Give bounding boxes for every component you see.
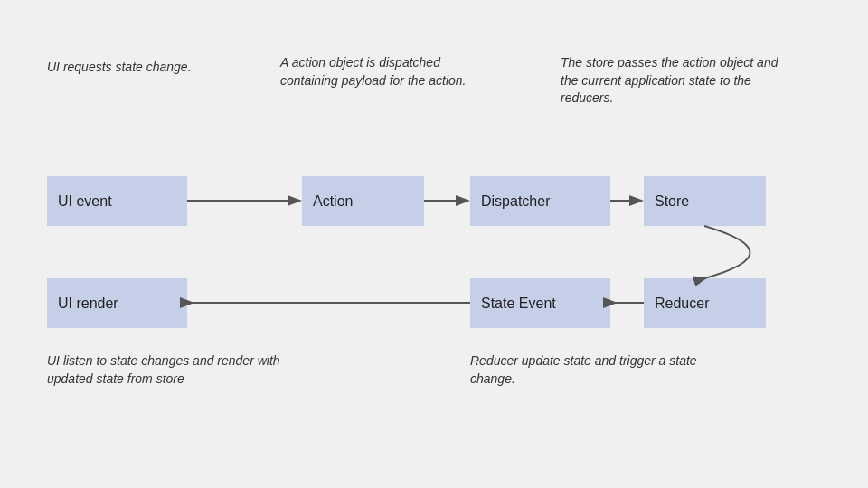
box-action: Action: [302, 176, 424, 226]
annotation-bottom-middle: Reducer update state and trigger a state…: [470, 352, 705, 388]
annotation-bottom-left: UI listen to state changes and render wi…: [47, 352, 300, 388]
box-ui-event: UI event: [47, 176, 187, 226]
annotation-top-left: UI requests state change.: [47, 59, 246, 77]
arrow-store-to-reducer: [704, 226, 750, 278]
box-state-event: State Event: [470, 278, 610, 328]
box-store: Store: [644, 176, 766, 226]
diagram-container: UI requests state change. A action objec…: [0, 0, 868, 488]
annotation-top-right: The store passes the action object and t…: [561, 54, 787, 108]
box-ui-render: UI render: [47, 278, 187, 328]
box-dispatcher: Dispatcher: [470, 176, 610, 226]
box-reducer: Reducer: [644, 278, 766, 328]
annotation-top-middle: A action object is dispatched containing…: [280, 54, 497, 89]
